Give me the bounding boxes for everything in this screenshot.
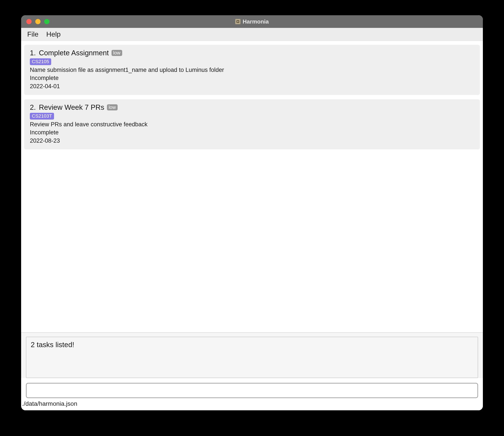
task-status: Incomplete xyxy=(30,74,474,82)
window-controls xyxy=(21,19,49,24)
window-title-wrap: Harmonia xyxy=(235,18,269,25)
priority-badge: low xyxy=(107,104,118,110)
task-status: Incomplete xyxy=(30,128,474,137)
close-window-button[interactable] xyxy=(26,19,32,24)
result-message: 2 tasks listed! xyxy=(31,341,74,349)
result-display: 2 tasks listed! xyxy=(26,337,478,378)
result-panel: 2 tasks listed! xyxy=(21,332,483,378)
task-header: 2. Review Week 7 PRs low xyxy=(30,103,474,111)
task-description: Name submission file as assignment1_name… xyxy=(30,66,474,74)
svg-rect-1 xyxy=(237,21,238,22)
window-title: Harmonia xyxy=(243,18,269,25)
task-header: 1. Complete Assignment low xyxy=(30,49,474,57)
task-card[interactable]: 2. Review Week 7 PRs low CS2103T Review … xyxy=(24,99,480,149)
priority-badge: low xyxy=(111,50,122,56)
task-description: Review PRs and leave constructive feedba… xyxy=(30,120,474,129)
task-index: 1. xyxy=(30,49,36,57)
command-input[interactable] xyxy=(26,383,478,398)
task-title: Complete Assignment xyxy=(39,49,109,57)
task-title: Review Week 7 PRs xyxy=(39,103,104,111)
menu-help[interactable]: Help xyxy=(46,30,61,38)
task-date: 2022-04-01 xyxy=(30,82,474,91)
module-tag-badge: CS2103T xyxy=(30,113,54,119)
title-bar: Harmonia xyxy=(21,15,483,28)
task-list-panel[interactable]: 1. Complete Assignment low CS2105 Name s… xyxy=(21,41,483,332)
app-icon xyxy=(235,19,240,24)
task-index: 2. xyxy=(30,103,36,111)
command-input-area xyxy=(21,378,483,398)
minimize-window-button[interactable] xyxy=(35,19,40,24)
status-bar: ./data/harmonia.json xyxy=(21,398,483,410)
menu-file[interactable]: File xyxy=(27,30,38,38)
module-tag-badge: CS2105 xyxy=(30,58,51,65)
app-window: Harmonia File Help 1. Complete Assignmen… xyxy=(21,15,483,410)
task-date: 2022-08-23 xyxy=(30,137,474,145)
menu-bar: File Help xyxy=(21,28,483,41)
storage-path: ./data/harmonia.json xyxy=(22,400,77,407)
task-card[interactable]: 1. Complete Assignment low CS2105 Name s… xyxy=(24,45,480,95)
maximize-window-button[interactable] xyxy=(44,19,49,24)
